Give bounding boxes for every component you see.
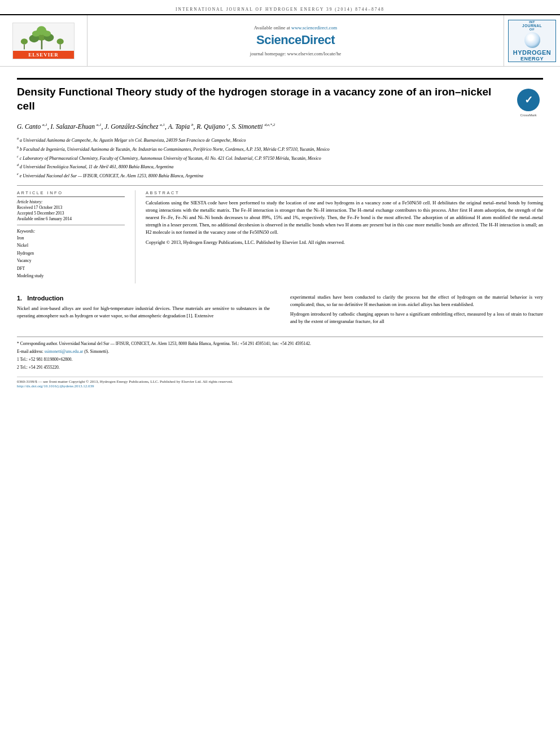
history-label: Article history: bbox=[17, 199, 125, 204]
keywords-label: Keywords: bbox=[17, 229, 125, 234]
intro-para-3: Hydrogen introduced by cathodic charging… bbox=[290, 311, 543, 325]
elsevier-logo-img: ELSEVIER bbox=[12, 23, 75, 59]
keyword-vacancy: Vacancy bbox=[17, 257, 125, 265]
divider-line bbox=[17, 185, 543, 186]
abstract-col: Abstract Calculations using the SIESTA c… bbox=[135, 190, 543, 283]
intro-para-1: Nickel and iron-based alloys are used fo… bbox=[17, 305, 270, 320]
footer-issn: 0360-3199/$ — see front matter Copyright… bbox=[17, 379, 543, 384]
svg-point-5 bbox=[32, 30, 40, 36]
article-history-block: Article history: Received 17 October 201… bbox=[17, 199, 125, 221]
svg-point-10 bbox=[57, 38, 64, 44]
available-date: Available online 6 January 2014 bbox=[17, 216, 125, 221]
hydrogen-energy-logo-box: Int Journal of HYDROGEN ENERGY bbox=[504, 15, 560, 66]
elsevier-tree-icon bbox=[13, 24, 74, 51]
article-info-col: Article Info Article history: Received 1… bbox=[17, 190, 135, 283]
footnotes-area: * Corresponding author. Universidad Naci… bbox=[17, 337, 543, 371]
corresponding-author-note: * Corresponding author. Universidad Naci… bbox=[17, 340, 543, 347]
footer-bar: 0360-3199/$ — see front matter Copyright… bbox=[17, 377, 543, 392]
header-center: Available online at www.sciencedirect.co… bbox=[88, 15, 504, 66]
tel1-note: 1 Tel.: +52 981 8119800×62800. bbox=[17, 356, 543, 363]
info-divider bbox=[17, 225, 125, 225]
elsevier-label: ELSEVIER bbox=[13, 51, 74, 59]
right-col: experimental studies have been conducted… bbox=[280, 294, 543, 328]
crossmark-logo: ✓ bbox=[516, 88, 541, 112]
hydrogen-logo-circle bbox=[524, 32, 540, 48]
sciencedirect-title: ScienceDirect bbox=[256, 33, 335, 47]
affiliation-a: a a Universidad Autónoma de Campeche, Av… bbox=[17, 136, 543, 144]
footer-doi: http://dx.doi.org/10.1016/j.ijhydene.201… bbox=[17, 384, 543, 388]
left-col: 1. Introduction Nickel and iron-based al… bbox=[17, 294, 280, 328]
received-date: Received 17 October 2013 bbox=[17, 205, 125, 210]
svg-point-8 bbox=[21, 38, 28, 44]
intro-para-2: experimental studies have been conducted… bbox=[290, 294, 543, 308]
abstract-header: Abstract bbox=[146, 190, 543, 197]
affiliation-e: e e Universidad Nacional del Sur — IFISU… bbox=[17, 172, 543, 180]
header-content: ELSEVIER Available online at www.science… bbox=[0, 14, 560, 67]
article-title: Density Functional Theory study of the h… bbox=[17, 85, 514, 113]
available-online-text: Available online at www.sciencedirect.co… bbox=[254, 25, 337, 30]
elsevier-logo-box: ELSEVIER bbox=[0, 15, 88, 66]
affiliation-c: c c Laboratory of Pharmaceutical Chemist… bbox=[17, 154, 543, 162]
affiliations: a a Universidad Autónoma de Campeche, Av… bbox=[17, 136, 543, 179]
two-col-section: Article Info Article history: Received 1… bbox=[17, 190, 543, 283]
journal-title-bar: International Journal of Hydrogen Energy… bbox=[0, 5, 560, 14]
hydrogen-logo-inner: Int Journal of HYDROGEN ENERGY bbox=[508, 20, 556, 62]
section1-title: 1. Introduction bbox=[17, 295, 270, 302]
page: International Journal of Hydrogen Energy… bbox=[0, 0, 560, 747]
article-title-section: Density Functional Theory study of the h… bbox=[17, 78, 543, 117]
crossmark-icon: ✓ bbox=[517, 89, 540, 111]
email-link[interactable]: ssimonetti@uns.edu.ar bbox=[45, 349, 84, 354]
svg-rect-9 bbox=[60, 44, 61, 49]
keyword-iron: Iron bbox=[17, 234, 125, 242]
affiliation-b: b b Facultad de Ingeniería, Universidad … bbox=[17, 145, 543, 153]
svg-rect-7 bbox=[24, 44, 25, 49]
article-info-header: Article Info bbox=[17, 190, 125, 197]
journal-homepage: journal homepage: www.elsevier.com/locat… bbox=[250, 51, 341, 56]
abstract-text: Calculations using the SIESTA code have … bbox=[146, 199, 543, 237]
keyword-modeling: Modeling study bbox=[17, 272, 125, 280]
journal-header: International Journal of Hydrogen Energy… bbox=[0, 0, 560, 67]
keywords-list: Iron Nickel Hydrogen Vacancy DFT Modelin… bbox=[17, 234, 125, 280]
doi-link[interactable]: http://dx.doi.org/10.1016/j.ijhydene.201… bbox=[17, 384, 94, 388]
tel2-note: 2 Tel.: +54 291 4555220. bbox=[17, 364, 543, 371]
crossmark-box[interactable]: ✓ CrossMark bbox=[514, 88, 543, 117]
accepted-date: Accepted 5 December 2013 bbox=[17, 211, 125, 216]
abstract-copyright: Copyright © 2013, Hydrogen Energy Public… bbox=[146, 239, 543, 246]
authors-line: G. Canto a,1, I. Salazar-Ehuan a,1, J. G… bbox=[17, 121, 543, 132]
email-note: E-mail address: ssimonetti@uns.edu.ar (S… bbox=[17, 348, 543, 355]
keyword-nickel: Nickel bbox=[17, 242, 125, 250]
main-content: 1. Introduction Nickel and iron-based al… bbox=[17, 294, 543, 328]
keyword-dft: DFT bbox=[17, 265, 125, 273]
article-body: Density Functional Theory study of the h… bbox=[0, 67, 560, 392]
crossmark-label: CrossMark bbox=[520, 113, 536, 117]
sciencedirect-url-link[interactable]: www.sciencedirect.com bbox=[291, 25, 337, 30]
svg-point-6 bbox=[43, 30, 51, 36]
keyword-hydrogen: Hydrogen bbox=[17, 250, 125, 257]
affiliation-d: d d Universidad Tecnológica Nacional, 11… bbox=[17, 163, 543, 171]
keywords-block: Keywords: Iron Nickel Hydrogen Vacancy D… bbox=[17, 229, 125, 280]
